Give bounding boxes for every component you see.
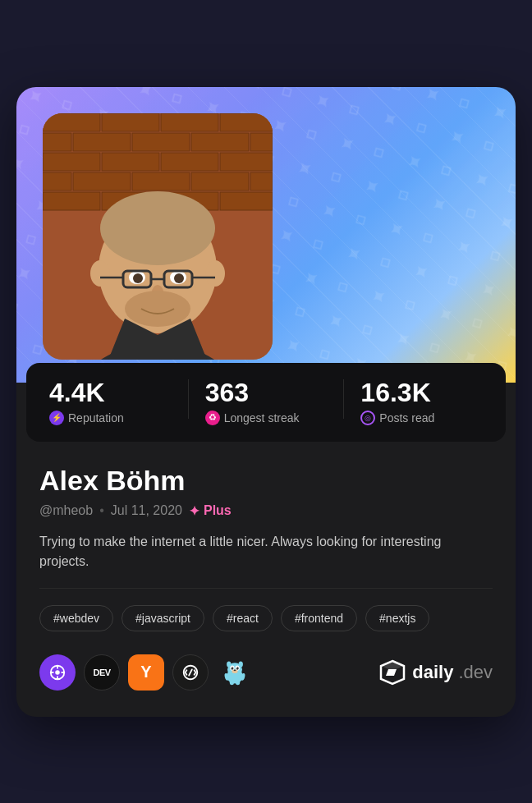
svg-point-34: [133, 273, 143, 283]
profile-bio: Trying to make the internet a little nic…: [39, 532, 493, 571]
svg-rect-13: [43, 153, 100, 171]
posts-read-icon: ◎: [360, 411, 375, 425]
reputation-value: 4.4K: [49, 379, 172, 406]
svg-rect-9: [73, 133, 131, 151]
svg-point-65: [236, 679, 240, 685]
stat-reputation: 4.4K ⚡ Reputation: [49, 379, 172, 425]
svg-rect-15: [161, 153, 218, 171]
svg-point-64: [230, 679, 234, 685]
ycombinator-icon[interactable]: Y: [128, 654, 164, 691]
stat-streak: 363 ♻ Longest streak: [205, 379, 328, 425]
card-footer: DEV Y: [39, 654, 493, 697]
tag-nextjs[interactable]: #nextjs: [365, 605, 429, 631]
svg-rect-17: [43, 172, 71, 190]
svg-rect-14: [102, 153, 159, 171]
join-date: Jul 11, 2020: [111, 503, 182, 518]
plus-label: Plus: [204, 503, 232, 518]
streak-label: ♻ Longest streak: [205, 411, 328, 425]
daily-dev-logo: daily.dev: [378, 658, 493, 687]
svg-rect-25: [220, 192, 273, 210]
svg-point-60: [227, 661, 231, 667]
svg-point-31: [205, 260, 225, 287]
posts-read-label: ◎ Posts read: [360, 411, 483, 425]
stat-posts-read: 16.3K ◎ Posts read: [360, 379, 483, 425]
meta-separator: •: [99, 503, 104, 518]
card-header: ✦ ◇: [16, 87, 516, 383]
brand-name: daily: [412, 662, 453, 683]
freecodecamp-icon[interactable]: [172, 654, 209, 691]
posts-read-value: 16.3K: [360, 379, 483, 406]
streak-icon: ♻: [205, 411, 220, 425]
stats-bar: 4.4K ⚡ Reputation 363 ♻ Longest streak 1…: [26, 363, 506, 442]
profile-card: ✦ ◇: [16, 87, 516, 717]
svg-point-57: [236, 667, 237, 668]
svg-rect-16: [220, 153, 273, 171]
reputation-icon: ⚡: [49, 411, 64, 425]
svg-rect-4: [43, 113, 100, 131]
svg-point-42: [125, 291, 190, 327]
svg-rect-5: [102, 113, 159, 131]
avatar: [43, 113, 273, 360]
svg-rect-18: [73, 172, 131, 190]
tag-javascript[interactable]: #javascript: [122, 605, 204, 631]
svg-point-44: [55, 670, 60, 675]
profile-info: Alex Böhm @mheob • Jul 11, 2020 ✦ Plus T…: [16, 461, 516, 717]
svg-line-49: [189, 669, 192, 675]
golang-icon[interactable]: [217, 654, 253, 691]
brand-suffix: .dev: [458, 662, 493, 683]
svg-rect-11: [191, 133, 249, 151]
svg-rect-6: [161, 113, 218, 131]
stat-divider-1: [188, 379, 189, 419]
profile-meta: @mheob • Jul 11, 2020 ✦ Plus: [39, 503, 493, 519]
tag-react[interactable]: #react: [213, 605, 273, 631]
svg-rect-19: [132, 172, 190, 190]
svg-rect-20: [191, 172, 249, 190]
plus-badge: ✦ Plus: [189, 503, 232, 519]
svg-point-35: [174, 273, 184, 283]
gopher-svg: [220, 658, 250, 687]
avatar-image: [43, 113, 273, 360]
reputation-label: ⚡ Reputation: [49, 411, 172, 425]
tag-frontend[interactable]: #frontend: [281, 605, 357, 631]
svg-point-29: [100, 191, 215, 265]
svg-point-30: [90, 260, 110, 287]
svg-rect-21: [250, 172, 273, 190]
dev-icon[interactable]: DEV: [84, 654, 120, 691]
svg-point-56: [231, 667, 232, 668]
svg-rect-10: [132, 133, 190, 151]
crosshair-icon[interactable]: [39, 654, 76, 691]
svg-point-59: [234, 669, 236, 671]
svg-rect-12: [250, 133, 273, 151]
social-icons: DEV Y: [39, 654, 253, 691]
profile-name: Alex Böhm: [39, 465, 493, 497]
svg-rect-22: [43, 192, 100, 210]
streak-value: 363: [205, 379, 328, 406]
svg-rect-8: [43, 133, 71, 151]
section-divider: [39, 588, 493, 589]
profile-handle: @mheob: [39, 503, 93, 518]
svg-point-61: [239, 661, 243, 667]
tags-container: #webdev #javascript #react #frontend #ne…: [39, 605, 493, 631]
plus-diamond-icon: ✦: [189, 503, 200, 519]
daily-dev-icon: [378, 658, 407, 687]
tag-webdev[interactable]: #webdev: [39, 605, 113, 631]
stat-divider-2: [343, 379, 344, 419]
